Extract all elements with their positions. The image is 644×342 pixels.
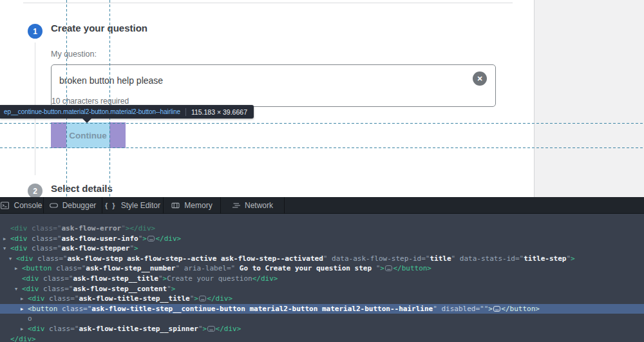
highlight-padding-left [51, 122, 66, 148]
markup-token: =" [515, 254, 524, 263]
markup-token: ask-flow-step ask-flow-step--active ask-… [68, 254, 323, 263]
markup-row[interactable]: ▼<div class="ask-flow-stepper"> [0, 243, 644, 254]
infobar-dimensions: 115.183 × 39.6667 [191, 108, 247, 116]
markup-token: data-ask-flow-step-id [327, 254, 421, 263]
markup-token: class [28, 234, 53, 243]
markup-token: <button [22, 264, 52, 272]
markup-token: disabled [437, 305, 476, 313]
markup-row[interactable]: ▶<div class="ask-flow-user-info">…</div> [0, 234, 644, 244]
close-icon: ✕ [477, 75, 482, 83]
tab-label: Network [245, 201, 273, 210]
markup-token: </div> [10, 335, 36, 342]
expand-arrow-icon[interactable]: ▶ [21, 305, 28, 315]
markup-token: > [171, 285, 176, 293]
markup-row[interactable]: </div> [0, 334, 644, 342]
markup-row[interactable]: o [0, 314, 644, 324]
question-input-value[interactable]: broken button help please [59, 75, 163, 86]
markup-token: =" [64, 285, 73, 293]
markup-token: <div [22, 285, 39, 293]
markup-token: </div> [252, 274, 278, 283]
markup-token: =" [53, 244, 61, 252]
markup-token: " [433, 305, 437, 313]
markup-token: <div [28, 325, 45, 333]
tab-network[interactable]: Network [221, 197, 285, 214]
highlight-padding-right [109, 122, 126, 148]
markup-token: ask-flow-step__title [73, 274, 158, 283]
expand-arrow-icon[interactable]: ▼ [15, 285, 22, 295]
clear-input-button[interactable]: ✕ [473, 71, 487, 86]
characters-required-helper: 10 characters required [52, 97, 129, 106]
continue-button[interactable]: Continue [66, 122, 109, 148]
inline-expander-badge[interactable]: … [199, 296, 206, 301]
console-icon [1, 202, 9, 209]
inline-expander-badge[interactable]: … [385, 265, 392, 271]
memory-icon [171, 202, 180, 209]
inspector-node-infobar: ep__continue-button.material2-button.mat… [0, 105, 254, 119]
markup-token: ask-flow-stepper [62, 244, 130, 252]
markup-row[interactable]: <div class="ask-flow-step__title">Create… [0, 274, 644, 284]
markup-token: class [28, 244, 53, 252]
markup-row[interactable]: <div class="ask-flow-error"></div> [0, 223, 644, 234]
devtools-markup-view[interactable]: <div class="ask-flow-error"></div>▶<div … [0, 214, 644, 342]
expand-arrow-icon[interactable]: ▼ [3, 244, 10, 254]
step-1-number-badge[interactable]: 1 [28, 24, 43, 39]
markup-token: <button [28, 305, 57, 313]
screenshot-root: 1 Create your question My question: brok… [0, 0, 644, 342]
tab-debugger[interactable]: Debugger [44, 197, 102, 214]
markup-row[interactable]: ▼<div class="ask-flow-step ask-flow-step… [0, 254, 644, 264]
expand-arrow-icon[interactable]: ▼ [9, 254, 16, 265]
tab-label: Debugger [62, 201, 97, 210]
markup-token: ask-flow-user-info [62, 234, 138, 243]
expand-arrow-icon[interactable]: ▶ [21, 325, 28, 335]
inline-expander-badge[interactable]: … [207, 326, 214, 332]
continue-button-label: Continue [69, 131, 107, 140]
markup-token: > [380, 264, 384, 272]
debugger-icon [50, 202, 58, 209]
markup-token: =" [53, 224, 61, 233]
markup-token: ask-flow-step__number [86, 264, 175, 272]
markup-token: </div> [129, 224, 155, 233]
devtools-tabbar: ConsoleDebugger{ }Style EditorMemoryNetw… [0, 197, 644, 214]
markup-token: ask-flow-error [62, 224, 122, 233]
markup-row[interactable]: ▼<div class="ask-flow-step__content"> [0, 284, 644, 294]
expand-arrow-icon[interactable]: ▶ [3, 234, 10, 245]
tab-console[interactable]: Console [0, 197, 44, 214]
markup-token: class [45, 294, 71, 303]
markup-token: " [158, 274, 163, 283]
infobar-separator [185, 108, 186, 116]
page-right-gutter [534, 0, 644, 197]
markup-token: " [198, 325, 203, 333]
step-2-number-badge[interactable]: 2 [28, 184, 43, 198]
markup-token: </div> [155, 234, 181, 243]
style-editor-icon: { } [105, 202, 117, 209]
markup-row-selected[interactable]: ▶<button class="ask-flow-title-step__con… [0, 304, 644, 314]
devtools-panel: ConsoleDebugger{ }Style EditorMemoryNetw… [0, 197, 644, 342]
inspector-highlight-continue-button: Continue [51, 122, 126, 148]
markup-token: class [33, 254, 59, 263]
expand-arrow-icon[interactable]: ▶ [15, 264, 22, 274]
markup-row[interactable]: ▶<div class="ask-flow-title-step__title"… [0, 294, 644, 304]
infobar-arrow [82, 119, 91, 123]
markup-token: =" [77, 264, 86, 272]
markup-token: aria-label [180, 264, 227, 272]
markup-token: Go to Create your question step [235, 264, 376, 272]
markup-token: =" [59, 254, 67, 263]
markup-token: ask-flow-title-step__spinner [79, 325, 198, 333]
step-2-title: Select details [51, 183, 113, 194]
markup-token: Create your question [167, 274, 252, 283]
tab-memory[interactable]: Memory [164, 197, 221, 214]
markup-token: <div [22, 274, 39, 283]
markup-token: o [28, 314, 32, 323]
tab-style-editor[interactable]: { }Style Editor [102, 197, 164, 214]
markup-row[interactable]: ▶<button class="ask-flow-step__number" a… [0, 263, 644, 274]
inspector-guide-vertical-right [109, 0, 110, 197]
expand-arrow-icon[interactable]: ▶ [21, 294, 28, 305]
inline-expander-badge[interactable]: … [493, 306, 500, 312]
markup-token: ask-flow-step__content [73, 285, 167, 293]
step-1-title: Create your question [51, 23, 147, 33]
inline-expander-badge[interactable]: … [147, 236, 155, 242]
markup-row[interactable]: ▶<div class="ask-flow-title-step__spinne… [0, 324, 644, 334]
markup-token: class [39, 274, 65, 283]
markup-token: class [39, 285, 65, 293]
inspector-guide-horizontal-bottom [0, 147, 644, 148]
